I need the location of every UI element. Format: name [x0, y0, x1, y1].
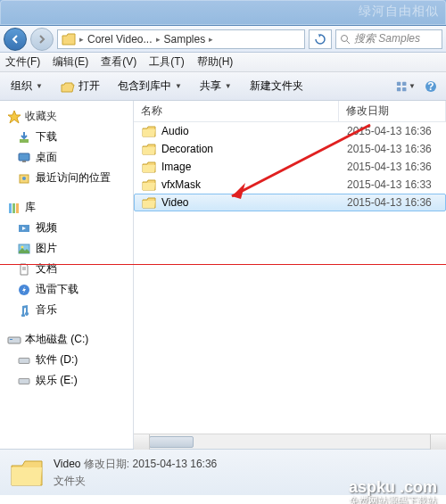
- open-button[interactable]: 打开: [55, 77, 105, 95]
- thunder-icon: [18, 284, 30, 296]
- file-name: Image: [161, 161, 191, 173]
- sidebar-thunder[interactable]: 迅雷下载: [0, 279, 133, 300]
- search-icon: [340, 34, 351, 45]
- folder-open-icon: [61, 80, 75, 93]
- file-list[interactable]: Audio2015-04-13 16:36Decoration2015-04-1…: [134, 122, 446, 434]
- picture-icon: [18, 243, 30, 255]
- folder-icon: [142, 178, 156, 191]
- folder-icon: [142, 196, 156, 209]
- file-date: 2015-04-13 16:36: [340, 161, 445, 173]
- svg-rect-9: [19, 153, 29, 161]
- share-label: 共享: [200, 78, 221, 94]
- status-date: 2015-04-13 16:36: [133, 458, 218, 470]
- file-name: vfxMask: [161, 178, 201, 191]
- back-button[interactable]: [4, 28, 27, 51]
- library-icon: [7, 201, 21, 215]
- scrollbar-thumb[interactable]: [149, 436, 194, 448]
- horizontal-scrollbar[interactable]: [134, 434, 446, 449]
- chevron-down-icon: ▼: [175, 82, 182, 90]
- open-label: 打开: [78, 78, 100, 94]
- organize-button[interactable]: 组织 ▼: [5, 77, 48, 95]
- column-name[interactable]: 名称: [134, 101, 339, 121]
- navigation-bar: ▸ Corel Video... ▸ Samples ▸ 搜索 Samples: [0, 26, 446, 53]
- refresh-button[interactable]: [309, 29, 332, 49]
- include-label: 包含到库中: [118, 78, 171, 94]
- svg-rect-4: [397, 87, 401, 90]
- file-date: 2015-04-13 16:36: [340, 143, 445, 155]
- search-placeholder: 搜索 Samples: [354, 31, 420, 46]
- chevron-down-icon: ▼: [225, 82, 232, 90]
- watermark-sub: 免费网站源码下载站: [349, 494, 437, 504]
- view-button[interactable]: ▼: [396, 77, 416, 96]
- file-name: Decoration: [161, 143, 213, 155]
- file-row[interactable]: Video2015-04-13 16:36: [134, 194, 446, 211]
- breadcrumb-item[interactable]: Corel Video...: [87, 33, 153, 45]
- include-button[interactable]: 包含到库中 ▼: [112, 77, 187, 95]
- svg-rect-13: [9, 203, 12, 213]
- folder-icon: [142, 143, 156, 155]
- menu-bar: 文件(F) 编辑(E) 查看(V) 工具(T) 帮助(H): [0, 53, 446, 72]
- chevron-right-icon: ▸: [156, 35, 161, 44]
- menu-edit[interactable]: 编辑(E): [53, 54, 88, 70]
- newfolder-button[interactable]: 新建文件夹: [244, 77, 309, 95]
- organize-label: 组织: [11, 78, 32, 94]
- drive-icon: [18, 355, 30, 366]
- column-date[interactable]: 修改日期: [339, 101, 446, 121]
- status-date-label: 修改日期:: [84, 458, 129, 470]
- svg-rect-2: [397, 81, 401, 85]
- sidebar-downloads[interactable]: 下载: [0, 127, 133, 147]
- folder-icon: [142, 161, 156, 173]
- chevron-right-icon: ▸: [209, 35, 213, 44]
- content-area: 收藏夹 下载 桌面 最近访问的位置 库 视频: [0, 101, 446, 449]
- svg-point-12: [22, 177, 26, 180]
- refresh-icon: [315, 34, 326, 45]
- music-icon: [18, 304, 30, 317]
- svg-rect-22: [8, 337, 21, 343]
- drive-c[interactable]: 本地磁盘 (C:): [0, 329, 133, 350]
- file-row[interactable]: Decoration2015-04-13 16:36: [134, 140, 446, 158]
- svg-rect-5: [402, 87, 406, 90]
- arrow-left-icon: [10, 34, 21, 45]
- newfolder-label: 新建文件夹: [250, 78, 303, 94]
- svg-rect-10: [22, 161, 26, 162]
- status-type: 文件夹: [54, 474, 217, 489]
- svg-rect-3: [402, 81, 406, 85]
- file-date: 2015-04-13 16:33: [340, 178, 445, 191]
- forward-button[interactable]: [30, 28, 54, 51]
- menu-view[interactable]: 查看(V): [101, 54, 136, 70]
- help-button[interactable]: ?: [421, 77, 441, 96]
- menu-file[interactable]: 文件(F): [5, 54, 40, 70]
- share-button[interactable]: 共享 ▼: [194, 77, 237, 95]
- breadcrumb-item[interactable]: Samples: [164, 33, 206, 45]
- sidebar-recent[interactable]: 最近访问的位置: [0, 168, 133, 188]
- svg-rect-25: [19, 378, 29, 384]
- favorites-label: 收藏夹: [25, 109, 57, 124]
- sidebar-music[interactable]: 音乐: [0, 300, 133, 320]
- file-row[interactable]: Audio2015-04-13 16:36: [134, 122, 446, 140]
- sidebar-documents[interactable]: 文档: [0, 259, 133, 279]
- arrow-right-icon: [37, 34, 47, 45]
- svg-rect-24: [19, 358, 29, 363]
- menu-help[interactable]: 帮助(H): [197, 54, 234, 70]
- search-input[interactable]: 搜索 Samples: [335, 29, 442, 49]
- libraries-group[interactable]: 库: [0, 197, 133, 218]
- file-row[interactable]: vfxMask2015-04-13 16:33: [134, 176, 446, 194]
- address-bar[interactable]: ▸ Corel Video... ▸ Samples ▸: [57, 29, 305, 49]
- drive-icon: [18, 376, 30, 386]
- sidebar-videos[interactable]: 视频: [0, 218, 133, 238]
- svg-rect-14: [12, 203, 15, 213]
- chevron-right-icon: ▸: [79, 35, 84, 44]
- svg-rect-15: [16, 203, 19, 213]
- sidebar-pictures[interactable]: 图片: [0, 238, 133, 259]
- menu-tools[interactable]: 工具(T): [149, 54, 184, 70]
- column-headers: 名称 修改日期: [134, 101, 446, 122]
- favorites-group[interactable]: 收藏夹: [0, 106, 133, 127]
- star-icon: [7, 110, 21, 124]
- file-name: Audio: [161, 125, 189, 137]
- file-row[interactable]: Image2015-04-13 16:36: [134, 158, 446, 176]
- svg-line-1: [347, 41, 350, 44]
- drive-e[interactable]: 娱乐 (E:): [0, 370, 133, 391]
- drive-d[interactable]: 软件 (D:): [0, 350, 133, 370]
- file-date: 2015-04-13 16:36: [340, 125, 445, 137]
- sidebar-desktop[interactable]: 桌面: [0, 147, 133, 168]
